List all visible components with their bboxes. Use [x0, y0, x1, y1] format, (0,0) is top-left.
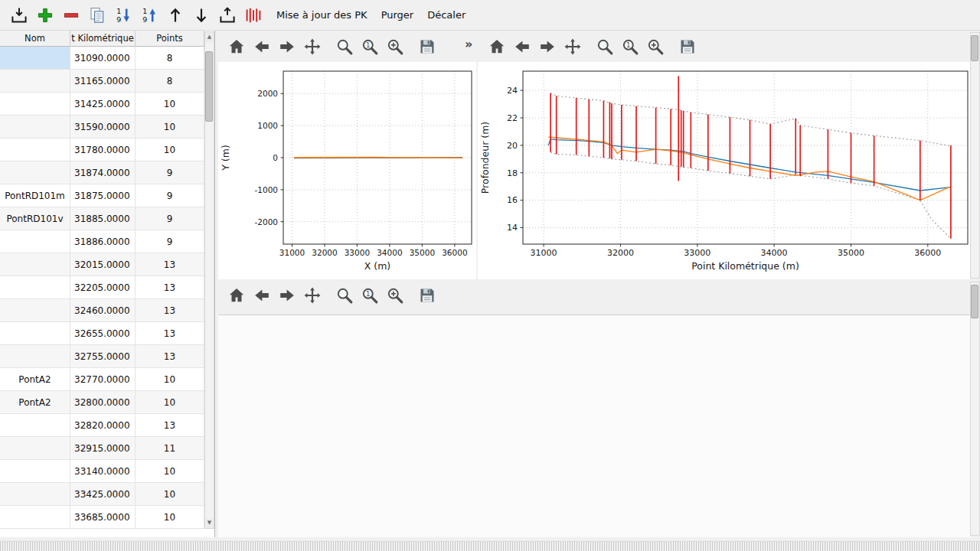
cell-nom[interactable]: [0, 161, 70, 184]
column-header-points[interactable]: Points: [136, 31, 204, 47]
cell-pk[interactable]: 32770.0000: [70, 368, 136, 391]
table-scrollbar[interactable]: ▲ ▼: [204, 31, 214, 529]
action-decaler-button[interactable]: Décaler: [422, 5, 471, 24]
cell-points[interactable]: 13: [136, 414, 204, 437]
cell-pk[interactable]: 32205.0000: [70, 276, 136, 299]
cell-points[interactable]: 10: [136, 116, 204, 139]
table-row[interactable]: 31780.000010: [0, 139, 204, 161]
move-up-button[interactable]: [165, 5, 185, 25]
zoom-rect-button[interactable]: [384, 285, 406, 306]
cell-nom[interactable]: [0, 139, 70, 161]
zoom-rect-button[interactable]: [384, 36, 406, 57]
sort-descending-button[interactable]: 19: [113, 5, 133, 25]
profile-chart[interactable]: 3100032000330003400035000360001416182022…: [478, 62, 970, 279]
table-row[interactable]: 33425.000010: [0, 483, 204, 506]
cell-nom[interactable]: PontRD101v: [0, 207, 70, 230]
cell-points[interactable]: 13: [136, 276, 204, 299]
add-button[interactable]: [35, 5, 55, 25]
back-button[interactable]: [251, 285, 273, 306]
cell-nom[interactable]: [0, 47, 70, 70]
cell-points[interactable]: 13: [136, 322, 204, 345]
cell-points[interactable]: 9: [136, 161, 204, 184]
cell-pk[interactable]: 31590.0000: [70, 116, 136, 139]
import-button[interactable]: [9, 5, 29, 25]
table-row[interactable]: PontRD101v31885.00009: [0, 207, 204, 230]
zoom-one-button[interactable]: 1: [359, 36, 381, 57]
save-button[interactable]: [416, 36, 438, 57]
home-button[interactable]: [226, 285, 247, 306]
zoom-one-button[interactable]: 1: [359, 285, 381, 306]
cell-points[interactable]: 13: [136, 299, 204, 322]
table-row[interactable]: 32820.000013: [0, 414, 204, 437]
column-header-pk[interactable]: t Kilométrique: [70, 31, 136, 47]
zoom-one-button[interactable]: 1: [619, 36, 641, 57]
save-button[interactable]: [677, 36, 698, 57]
plan-view-chart[interactable]: 310003200033000340003500036000-2000-1000…: [218, 62, 476, 279]
cell-pk[interactable]: 31780.0000: [70, 139, 136, 161]
cell-nom[interactable]: [0, 93, 70, 116]
sort-ascending-button[interactable]: 19: [139, 5, 159, 25]
cell-pk[interactable]: 32915.0000: [70, 437, 136, 460]
scrollbar-thumb[interactable]: [971, 285, 978, 318]
charts-scrollbar[interactable]: [970, 32, 980, 279]
zoom-rect-button[interactable]: [645, 36, 666, 57]
action-mise-a-jour-pk-button[interactable]: Mise à jour des PK: [271, 5, 373, 24]
table-row[interactable]: 31165.00008: [0, 70, 204, 93]
cell-nom[interactable]: PontRD101m: [0, 184, 70, 207]
cell-pk[interactable]: 31090.0000: [70, 47, 136, 70]
cell-nom[interactable]: [0, 299, 70, 322]
table-row[interactable]: 33140.000010: [0, 460, 204, 483]
column-header-nom[interactable]: Nom: [0, 31, 70, 47]
pan-button[interactable]: [562, 36, 583, 57]
cell-points[interactable]: 10: [136, 483, 204, 506]
scroll-down-icon[interactable]: ▼: [205, 518, 214, 528]
table-row[interactable]: PontA232800.000010: [0, 391, 204, 414]
cell-nom[interactable]: [0, 483, 70, 506]
cell-points[interactable]: 13: [136, 253, 204, 276]
cell-pk[interactable]: 33685.0000: [70, 506, 136, 529]
copy-button[interactable]: [87, 5, 107, 25]
pan-button[interactable]: [302, 285, 323, 306]
cell-pk[interactable]: 32655.0000: [70, 322, 136, 345]
cell-pk[interactable]: 32800.0000: [70, 391, 136, 414]
home-button[interactable]: [486, 36, 508, 57]
cell-pk[interactable]: 31874.0000: [70, 161, 136, 184]
cell-points[interactable]: 10: [136, 93, 204, 116]
remove-button[interactable]: [61, 5, 81, 25]
forward-button[interactable]: [537, 36, 558, 57]
cell-nom[interactable]: [0, 70, 70, 93]
scrollbar-track[interactable]: [971, 282, 979, 535]
cell-nom[interactable]: PontA2: [0, 391, 70, 414]
cell-points[interactable]: 11: [136, 437, 204, 460]
table-row[interactable]: 32015.000013: [0, 253, 204, 276]
cell-nom[interactable]: [0, 276, 70, 299]
table-row[interactable]: 31886.00009: [0, 230, 204, 253]
cell-nom[interactable]: [0, 345, 70, 368]
zoom-button[interactable]: [334, 36, 355, 57]
back-button[interactable]: [511, 36, 533, 57]
forward-button[interactable]: [276, 36, 298, 57]
cell-nom[interactable]: [0, 414, 70, 437]
table-row[interactable]: 31090.00008: [0, 47, 204, 70]
cell-pk[interactable]: 31875.0000: [70, 184, 136, 207]
cell-nom[interactable]: [0, 437, 70, 460]
zoom-button[interactable]: [594, 36, 616, 57]
cell-points[interactable]: 9: [136, 184, 204, 207]
cell-pk[interactable]: 31886.0000: [70, 230, 136, 253]
table-row[interactable]: 31590.000010: [0, 116, 204, 139]
cell-points[interactable]: 10: [136, 368, 204, 391]
cell-nom[interactable]: [0, 460, 70, 483]
scrollbar-track[interactable]: [971, 33, 979, 278]
cell-points[interactable]: 10: [136, 139, 204, 161]
table-row[interactable]: PontRD101m31875.00009: [0, 184, 204, 207]
pan-button[interactable]: [302, 36, 323, 57]
cell-pk[interactable]: 31425.0000: [70, 93, 136, 116]
scroll-up-icon[interactable]: ▲: [205, 32, 214, 42]
cell-nom[interactable]: [0, 322, 70, 345]
action-purger-button[interactable]: Purger: [376, 5, 420, 24]
scrollbar-track[interactable]: [205, 42, 214, 518]
cell-pk[interactable]: 31165.0000: [70, 70, 136, 93]
forward-button[interactable]: [276, 285, 298, 306]
cell-nom[interactable]: PontA2: [0, 368, 70, 391]
table-row[interactable]: 32655.000013: [0, 322, 204, 345]
